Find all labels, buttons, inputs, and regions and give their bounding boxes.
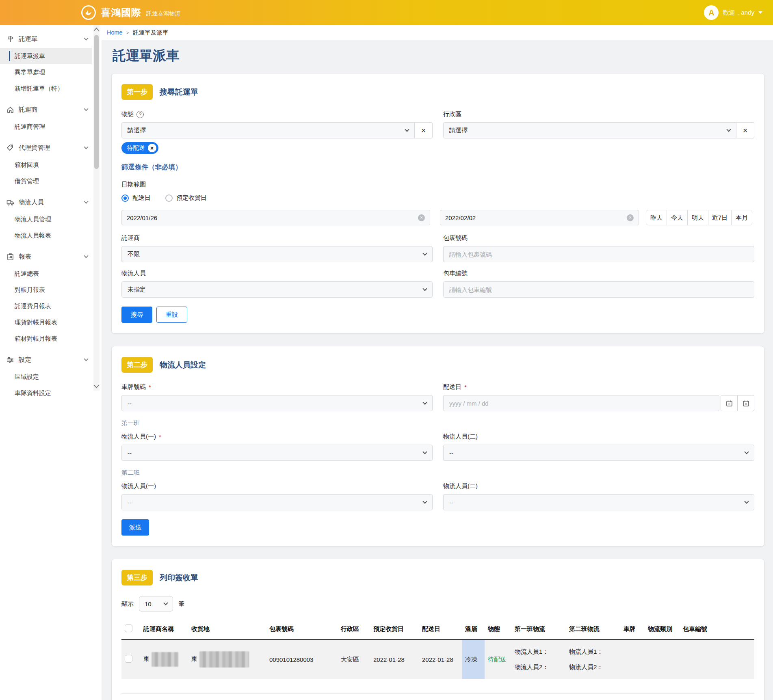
- chevron-down-icon: [422, 400, 427, 404]
- shift2-staff1-label: 物流人員(一): [121, 482, 156, 490]
- sidebar-item-box-reconciliation-monthly[interactable]: 箱材對帳月報表: [0, 331, 92, 347]
- sidebar-item-abnormal-orders[interactable]: 異常單處理: [0, 64, 92, 80]
- cell-plate: [620, 640, 645, 679]
- step2-card: 第二步 物流人員設定 車牌號碼 * --: [111, 346, 764, 547]
- page-size-select[interactable]: 10: [139, 596, 173, 611]
- radio-delivery-date[interactable]: 配送日: [121, 194, 151, 202]
- clear-circle-icon[interactable]: ×: [627, 214, 634, 221]
- delivery-date-input[interactable]: [443, 395, 719, 411]
- chevron-down-icon: [84, 36, 88, 40]
- breadcrumb: Home > 託運單及派車: [102, 25, 773, 40]
- help-icon[interactable]: ?: [136, 111, 144, 118]
- package-number-input[interactable]: [443, 246, 754, 262]
- quick-date-group: 昨天 今天 明天 近7日 本月: [646, 210, 752, 225]
- sidebar-item-shipping-summary[interactable]: 託運總表: [0, 266, 92, 282]
- sidebar-group-settings[interactable]: 設定: [0, 351, 92, 369]
- filter-section-title: 篩選條件（非必填）: [121, 163, 754, 172]
- chevron-down-icon: [84, 356, 88, 361]
- col-destination: 收貨地: [188, 621, 266, 640]
- shift1-staff2-select[interactable]: --: [443, 445, 754, 461]
- sidebar-group-logistics-staff[interactable]: 物流人員: [0, 193, 92, 211]
- radio-unselected-icon: [165, 194, 173, 202]
- quick-tomorrow-button[interactable]: 明天: [687, 210, 708, 225]
- sidebar-item-reconciliation-monthly[interactable]: 對帳月報表: [0, 282, 92, 298]
- clear-circle-icon[interactable]: ×: [418, 214, 425, 221]
- state-select[interactable]: 請選擇: [121, 122, 415, 138]
- scroll-up-icon[interactable]: [94, 28, 99, 33]
- calendar-plus-icon[interactable]: [737, 395, 754, 411]
- quick-yesterday-button[interactable]: 昨天: [646, 210, 667, 225]
- sidebar-group-reports[interactable]: 報表: [0, 248, 92, 266]
- app-header: 喜鴻國際 託運喜鴻物流 A 歡迎，andy: [0, 0, 773, 25]
- charter-number-input[interactable]: [443, 281, 754, 298]
- col-temperature: 溫層: [462, 621, 485, 640]
- shift1-staff1-select[interactable]: --: [121, 445, 433, 461]
- scrollbar-thumb[interactable]: [94, 35, 99, 169]
- col-district: 行政區: [338, 621, 370, 640]
- page-size-label: 顯示: [121, 600, 134, 608]
- staff-select[interactable]: 未指定: [121, 281, 433, 298]
- user-menu[interactable]: A 歡迎，andy: [704, 5, 762, 20]
- sidebar-item-new-waybill-special[interactable]: 新增託運單（特）: [0, 80, 92, 97]
- cell-shift2-logistics: 物流人員1： 物流人員2：: [566, 640, 620, 679]
- sidebar-item-box-return[interactable]: 箱材回填: [0, 157, 92, 173]
- cell-expected-date: 2022-01-28: [370, 640, 419, 679]
- avatar[interactable]: A: [704, 5, 719, 20]
- quick-today-button[interactable]: 今天: [667, 210, 688, 225]
- chevron-down-icon: [744, 449, 749, 454]
- breadcrumb-current: 託運單及派車: [133, 29, 168, 37]
- breadcrumb-home-link[interactable]: Home: [107, 29, 123, 36]
- col-charter-number: 包車編號: [680, 621, 754, 640]
- sidebar-item-staff-management[interactable]: 物流人員管理: [0, 211, 92, 227]
- quick-last7days-button[interactable]: 近7日: [708, 210, 732, 225]
- shift2-staff2-label: 物流人員(二): [443, 482, 478, 490]
- col-logistics-type: 物流類別: [645, 621, 680, 640]
- search-button[interactable]: 搜尋: [121, 307, 152, 323]
- chevron-down-icon: [163, 601, 168, 605]
- sidebar-item-waybill-dispatch[interactable]: 託運單派車: [0, 48, 92, 64]
- shipper-label: 託運商: [121, 234, 140, 242]
- shift2-staff2-select[interactable]: --: [443, 494, 754, 510]
- redacted-text: [152, 652, 178, 667]
- chevron-down-icon: [726, 127, 731, 132]
- calendar-minus-icon[interactable]: [721, 395, 738, 411]
- dispatch-button[interactable]: 派送: [121, 519, 149, 536]
- tag-remove-icon[interactable]: ×: [148, 144, 156, 152]
- shipper-select[interactable]: 不限: [121, 246, 433, 262]
- sidebar-group-agent-goods[interactable]: 代理貨管理: [0, 139, 92, 157]
- sidebar-item-tally-reconciliation-monthly[interactable]: 理貨對帳月報表: [0, 314, 92, 331]
- date-from-input[interactable]: 2022/01/26 ×: [121, 210, 430, 225]
- state-clear-button[interactable]: ×: [415, 122, 433, 138]
- select-all-checkbox[interactable]: [125, 624, 132, 632]
- sidebar-group-waybill[interactable]: 託運單: [0, 30, 92, 48]
- state-label: 物態: [121, 110, 134, 118]
- district-select[interactable]: 請選擇: [443, 122, 736, 138]
- district-clear-button[interactable]: ×: [736, 122, 754, 138]
- reset-button[interactable]: 重設: [156, 307, 187, 323]
- shift2-staff1-select[interactable]: --: [121, 494, 433, 510]
- sidebar-item-shipping-fee-monthly[interactable]: 託運費月報表: [0, 298, 92, 314]
- sidebar-scrollbar[interactable]: [93, 25, 100, 391]
- chevron-down-icon: [84, 106, 88, 111]
- quick-thismonth-button[interactable]: 本月: [731, 210, 752, 225]
- col-status: 物態: [485, 621, 511, 640]
- table-row[interactable]: 東 東 0090101280003 大安區 2022-01-28 2022-01…: [121, 640, 754, 679]
- plate-number-select[interactable]: --: [121, 395, 433, 411]
- date-to-input[interactable]: 2022/02/02 ×: [440, 210, 639, 225]
- charter-number-label: 包車編號: [443, 270, 468, 277]
- radio-expected-receive-date[interactable]: 預定收貨日: [165, 194, 207, 202]
- col-shift1-logistics: 第一班物流: [511, 621, 566, 640]
- district-label: 行政區: [443, 110, 461, 118]
- scroll-down-icon[interactable]: [94, 383, 99, 388]
- sidebar-item-shipper-management[interactable]: 託運商管理: [0, 119, 92, 135]
- sidebar-group-shipper[interactable]: 託運商: [0, 101, 92, 119]
- sidebar-item-staff-report[interactable]: 物流人員報表: [0, 227, 92, 244]
- cell-logistics-type: [645, 640, 680, 679]
- step3-card: 第三步 列印簽收單 顯示 10 筆: [111, 559, 764, 700]
- sidebar-item-region-settings[interactable]: 區域設定: [0, 369, 92, 385]
- sidebar-item-loan-management[interactable]: 借貨管理: [0, 173, 92, 189]
- sidebar-item-fleet-settings[interactable]: 車隊資料設定: [0, 385, 92, 401]
- cell-temperature: 冷凍: [462, 640, 485, 679]
- cell-delivery-date: 2022-01-28: [419, 640, 462, 679]
- row-checkbox[interactable]: [125, 655, 132, 663]
